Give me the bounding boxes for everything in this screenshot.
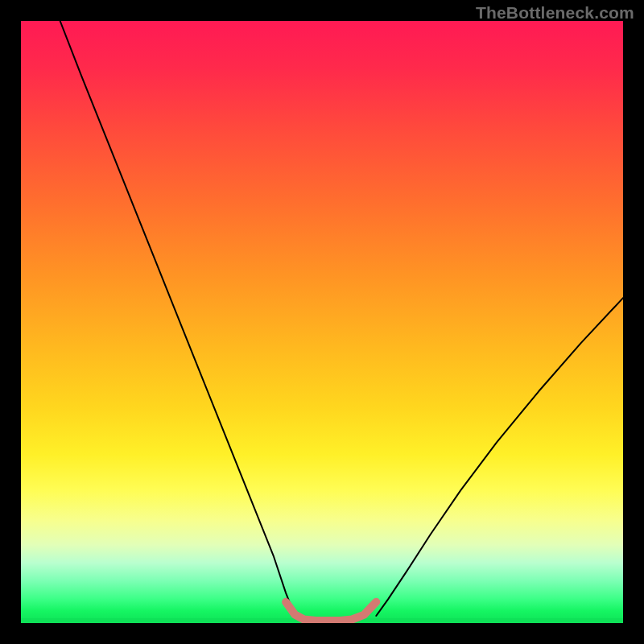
chart-stage: TheBottleneck.com [0, 0, 644, 644]
plot-area [21, 21, 623, 623]
series-group [60, 21, 623, 621]
watermark-text: TheBottleneck.com [476, 3, 634, 23]
curves-svg [21, 21, 623, 623]
series-left-arm [60, 21, 295, 616]
series-right-arm [376, 298, 623, 616]
series-valley-highlight [286, 602, 376, 621]
